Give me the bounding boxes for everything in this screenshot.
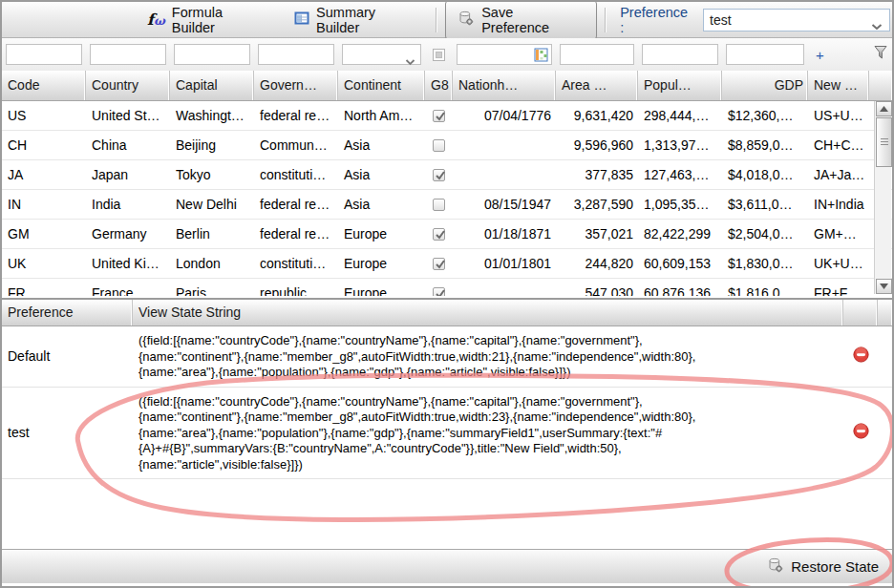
preference-view-state: ({field:[{name:"countryCode"},{name:"cou…: [133, 326, 843, 387]
remove-preference-icon[interactable]: [853, 423, 869, 443]
cell-area: 357,021: [556, 220, 638, 248]
database-gear-icon: [767, 556, 784, 577]
filter-population-input[interactable]: [642, 44, 718, 65]
cell-new-field: US+U…: [808, 101, 869, 130]
cell-gdp: $3,611,0…: [722, 190, 808, 219]
g8-checkbox[interactable]: [433, 169, 445, 181]
header-capital[interactable]: Capital: [170, 71, 254, 100]
g8-checkbox[interactable]: [433, 139, 445, 152]
g8-checkbox[interactable]: [433, 110, 445, 122]
cell-area: 9,631,420: [556, 101, 638, 130]
cell-gdp: $1,816,0…: [722, 279, 808, 296]
header-g8[interactable]: G8: [425, 71, 453, 100]
cell-capital: Beijing: [170, 131, 254, 159]
header-government[interactable]: Govern…: [254, 71, 338, 100]
filter-capital-input[interactable]: [174, 44, 250, 65]
formula-builder-button[interactable]: fω Formula Builder: [141, 1, 275, 39]
g8-checkbox[interactable]: [433, 228, 445, 241]
cell-continent: Europe: [338, 249, 425, 278]
chevron-down-icon: [405, 52, 415, 70]
filter-funnel-icon[interactable]: [873, 45, 888, 64]
save-preference-label: Save Preference: [481, 5, 585, 35]
cell-country: Germany: [86, 220, 170, 248]
header-new-field[interactable]: New …: [808, 71, 869, 100]
cell-capital: London: [170, 249, 254, 278]
preference-row-test[interactable]: test ({field:[{name:"countryCode"},{name…: [2, 388, 892, 480]
cell-government: constituti…: [254, 249, 338, 278]
cell-continent: North Am…: [338, 101, 425, 130]
filter-area-input[interactable]: [560, 44, 634, 65]
cell-new-field: JA+Ja…: [808, 160, 869, 189]
grid-row-ch[interactable]: CH China Beijing Commun… Asia 9,596,960 …: [2, 131, 892, 160]
header-population[interactable]: Popul…: [638, 71, 722, 100]
bottom-toolbar: Restore State: [2, 549, 892, 583]
formula-fx-icon: fω: [147, 10, 165, 29]
cell-government: Commun…: [254, 131, 338, 159]
filter-formula-plus[interactable]: +: [808, 47, 869, 63]
grid-row-ja[interactable]: JA Japan Tokyo constituti… Asia 377,835 …: [2, 160, 892, 190]
preference-row-default[interactable]: Default ({field:[{name:"countryCode"},{n…: [2, 326, 892, 388]
cell-government: federal re…: [254, 220, 338, 248]
grid-filter-row: +: [2, 38, 892, 71]
preference-combobox[interactable]: test: [703, 9, 890, 32]
cell-gdp: $2,504,0…: [722, 220, 808, 248]
g8-checkbox[interactable]: [433, 287, 445, 297]
filter-country-input[interactable]: [90, 44, 166, 65]
cell-nationhood: 01/18/1871: [453, 220, 556, 248]
cell-area: 244,820: [556, 249, 638, 278]
cell-capital: Paris: [170, 279, 254, 296]
cell-population: 60,609,153: [638, 249, 722, 278]
preferences-grid: Preference View State String Default ({f…: [2, 298, 892, 547]
scroll-down-button[interactable]: [876, 279, 892, 294]
header-nationhood[interactable]: Nationh…: [453, 71, 556, 100]
grid-row-uk[interactable]: UK United Ki… London constituti… Europe …: [2, 249, 892, 279]
filter-code-input[interactable]: [6, 44, 82, 65]
cell-capital: Tokyo: [170, 160, 254, 189]
filter-gdp-input[interactable]: [726, 44, 804, 65]
restore-state-button[interactable]: Restore State: [761, 553, 884, 580]
grid-row-in[interactable]: IN India New Delhi federal re… Asia 08/1…: [2, 190, 892, 220]
header-preference[interactable]: Preference: [2, 300, 133, 326]
app-window: fω Formula Builder Summary Builder Save …: [0, 0, 894, 588]
cell-country: India: [86, 190, 170, 219]
filter-government-input[interactable]: [258, 44, 334, 65]
formula-builder-label: Formula Builder: [172, 5, 269, 35]
preferences-header-row: Preference View State String: [2, 300, 892, 326]
restore-state-label: Restore State: [791, 558, 879, 575]
summary-builder-button[interactable]: Summary Builder: [288, 1, 428, 39]
header-code[interactable]: Code: [2, 71, 86, 100]
cell-population: 60,876,136: [638, 279, 722, 296]
header-gdp[interactable]: GDP: [722, 71, 808, 100]
cell-country: Japan: [86, 160, 170, 189]
cell-continent: Asia: [338, 190, 425, 219]
header-area[interactable]: Area …: [556, 71, 638, 100]
cell-code: GM: [2, 220, 86, 248]
header-country[interactable]: Country: [86, 71, 170, 100]
cell-code: IN: [2, 190, 86, 219]
cell-area: 377,835: [556, 160, 638, 189]
preference-name: Default: [2, 326, 133, 387]
grid-row-fr[interactable]: FR France Paris republic Europe 547,030 …: [2, 279, 892, 296]
header-view-state-string[interactable]: View State String: [133, 300, 843, 326]
remove-preference-icon[interactable]: [853, 346, 869, 367]
filter-nationhood-date-input[interactable]: [457, 44, 552, 65]
cell-continent: Asia: [338, 160, 425, 189]
g8-checkbox[interactable]: [433, 199, 445, 211]
g8-checkbox[interactable]: [433, 258, 445, 270]
grid-row-us[interactable]: US United St… Washingt… federal re… Nort…: [2, 101, 892, 131]
scrollbar-thumb[interactable]: [876, 117, 892, 167]
chevron-down-icon: [871, 18, 883, 33]
summary-builder-label: Summary Builder: [316, 5, 422, 35]
calendar-picker-icon[interactable]: [534, 48, 548, 66]
cell-gdp: $12,360,…: [722, 101, 808, 130]
scroll-up-button[interactable]: [876, 101, 892, 116]
vertical-scrollbar[interactable]: [874, 101, 891, 294]
filter-g8-checkbox[interactable]: [433, 49, 445, 61]
filter-continent-select[interactable]: [342, 44, 421, 65]
grid-row-gm[interactable]: GM Germany Berlin federal re… Europe 01/…: [2, 220, 892, 249]
save-preference-button[interactable]: Save Preference: [445, 0, 597, 40]
cell-population: 298,444,…: [638, 101, 722, 130]
cell-code: UK: [2, 249, 86, 278]
header-continent[interactable]: Continent: [338, 71, 425, 100]
cell-nationhood: [453, 279, 556, 296]
